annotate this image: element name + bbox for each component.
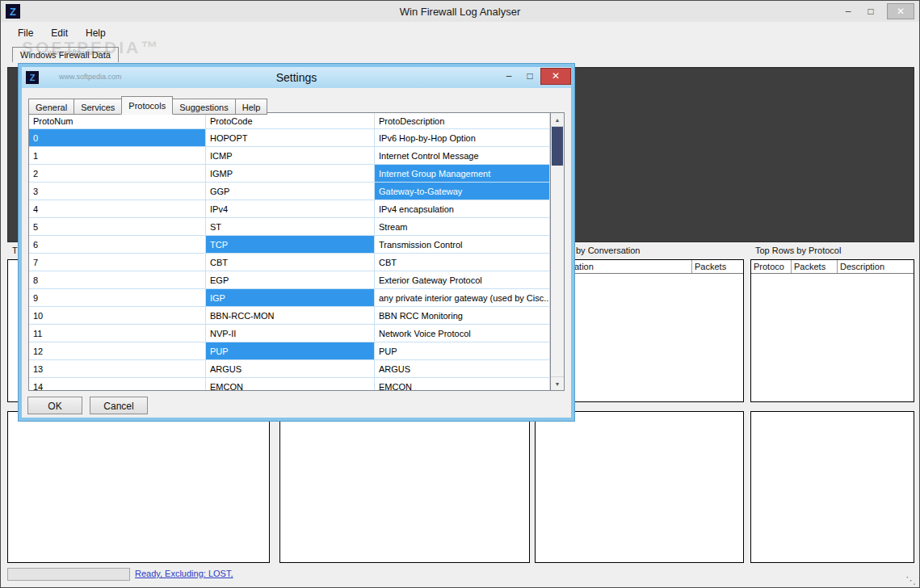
table-row[interactable]: 9IGPany private interior gateway (used b… xyxy=(29,289,550,307)
proto-desc-cell[interactable]: Internet Group Management xyxy=(375,165,550,182)
proto-code-cell[interactable]: CBT xyxy=(206,254,375,271)
proto-num-cell[interactable]: 5 xyxy=(29,218,206,235)
proto-code-cell[interactable]: HOPOPT xyxy=(206,129,375,146)
proto-desc-cell[interactable]: CBT xyxy=(375,254,550,271)
panel-body: Protoco Packets Description xyxy=(750,259,914,402)
proto-desc-cell[interactable]: IPv4 encapsulation xyxy=(375,200,550,217)
table-row[interactable]: 11NVP-IINetwork Voice Protocol xyxy=(29,325,550,342)
dialog-minimize-button[interactable]: – xyxy=(498,70,519,82)
proto-num-cell[interactable]: 14 xyxy=(29,378,206,390)
table-row[interactable]: 5STStream xyxy=(29,218,550,236)
column-header-packets[interactable]: Packets xyxy=(692,260,743,273)
main-titlebar[interactable]: Z Win Firewall Log Analyser – □ ✕ xyxy=(1,1,919,22)
proto-code-cell[interactable]: GGP xyxy=(206,183,375,200)
table-row[interactable]: 1ICMPInternet Control Message xyxy=(29,147,550,165)
maximize-button[interactable]: □ xyxy=(859,3,882,19)
scrollbar-thumb[interactable] xyxy=(552,127,563,166)
proto-num-cell[interactable]: 8 xyxy=(29,271,206,288)
table-row[interactable]: 2IGMPInternet Group Management xyxy=(29,165,550,183)
proto-num-cell[interactable]: 10 xyxy=(29,307,206,324)
proto-num-cell[interactable]: 11 xyxy=(29,325,206,342)
table-row[interactable]: 0HOPOPTIPv6 Hop-by-Hop Option xyxy=(29,129,550,147)
proto-code-cell[interactable]: PUP xyxy=(206,342,375,359)
minimize-button[interactable]: – xyxy=(837,3,859,19)
table-row[interactable]: 3GGPGateway-to-Gateway xyxy=(29,183,550,200)
table-row[interactable]: 4IPv4IPv4 encapsulation xyxy=(29,200,550,218)
chart-box-2 xyxy=(279,411,530,563)
close-button[interactable]: ✕ xyxy=(887,3,914,19)
scroll-up-icon[interactable]: ▲ xyxy=(551,113,564,127)
proto-desc-cell[interactable]: IPv6 Hop-by-Hop Option xyxy=(375,129,550,146)
proto-code-cell[interactable]: EMCON xyxy=(206,378,375,390)
table-row[interactable]: 8EGPExterior Gateway Protocol xyxy=(29,271,550,289)
panel-title-text: by Conversation xyxy=(576,246,641,255)
proto-num-cell[interactable]: 6 xyxy=(29,236,206,253)
proto-code-cell[interactable]: EGP xyxy=(206,271,375,288)
proto-desc-cell[interactable]: any private interior gateway (used by Ci… xyxy=(375,289,550,306)
proto-num-cell[interactable]: 3 xyxy=(29,183,206,200)
window-title: Win Firewall Log Analyser xyxy=(1,6,919,18)
dialog-titlebar[interactable]: Z www.softpedia.com Settings – □ ✕ xyxy=(22,67,571,88)
proto-num-cell[interactable]: 12 xyxy=(29,342,206,359)
column-header-protonum[interactable]: ProtoNum xyxy=(29,113,206,128)
proto-num-cell[interactable]: 7 xyxy=(29,254,206,271)
ok-button[interactable]: OK xyxy=(27,397,82,414)
dialog-close-button[interactable]: ✕ xyxy=(540,68,571,85)
proto-num-cell[interactable]: 4 xyxy=(29,200,206,217)
tab-services[interactable]: Services xyxy=(74,99,122,115)
proto-code-cell[interactable]: ARGUS xyxy=(206,360,375,377)
menu-file[interactable]: File xyxy=(9,24,42,42)
proto-desc-cell[interactable]: ARGUS xyxy=(375,360,550,377)
table-row[interactable]: 6TCPTransmission Control xyxy=(29,236,550,254)
proto-code-cell[interactable]: TCP xyxy=(206,236,375,253)
tab-general[interactable]: General xyxy=(28,99,74,115)
column-header-protocode[interactable]: ProtoCode xyxy=(206,113,375,128)
proto-desc-cell[interactable]: Internet Control Message xyxy=(375,147,550,164)
proto-desc-cell[interactable]: Gateway-to-Gateway xyxy=(375,183,550,200)
column-header-protodescription[interactable]: ProtoDescription xyxy=(375,113,550,128)
proto-code-cell[interactable]: ICMP xyxy=(206,147,375,164)
proto-code-cell[interactable]: IPv4 xyxy=(206,200,375,217)
proto-num-cell[interactable]: 13 xyxy=(29,360,206,377)
table-row[interactable]: 10BBN-RCC-MONBBN RCC Monitoring xyxy=(29,307,550,325)
table-row[interactable]: 7CBTCBT xyxy=(29,254,550,271)
resize-grip[interactable]: ⋱ xyxy=(905,574,916,586)
cancel-button[interactable]: Cancel xyxy=(90,397,148,414)
column-header-description[interactable]: Description xyxy=(838,260,914,273)
proto-num-cell[interactable]: 9 xyxy=(29,289,206,306)
scroll-down-icon[interactable]: ▼ xyxy=(551,376,564,390)
dialog-maximize-button[interactable]: □ xyxy=(519,70,540,82)
column-header-packets[interactable]: Packets xyxy=(792,260,838,273)
proto-desc-cell[interactable]: Transmission Control xyxy=(375,236,550,253)
proto-code-cell[interactable]: IGP xyxy=(206,289,375,306)
proto-desc-cell[interactable]: BBN RCC Monitoring xyxy=(375,307,550,324)
table-row[interactable]: 14EMCONEMCON xyxy=(29,378,550,390)
tab-suggestions[interactable]: Suggestions xyxy=(172,99,236,115)
proto-code-cell[interactable]: ST xyxy=(206,218,375,235)
proto-num-cell[interactable]: 0 xyxy=(29,129,206,146)
proto-num-cell[interactable]: 1 xyxy=(29,147,206,164)
proto-desc-cell[interactable]: Exterior Gateway Protocol xyxy=(375,271,550,288)
list-header: Protoco Packets Description xyxy=(751,260,914,274)
proto-code-cell[interactable]: BBN-RCC-MON xyxy=(206,307,375,324)
app-logo-icon: Z xyxy=(26,71,39,84)
status-progress-box xyxy=(7,568,130,581)
proto-desc-cell[interactable]: Network Voice Protocol xyxy=(375,325,550,342)
proto-desc-cell[interactable]: EMCON xyxy=(375,378,550,390)
table-row[interactable]: 13ARGUSARGUS xyxy=(29,360,550,378)
tab-windows-firewall-data[interactable]: Windows Firewall Data xyxy=(12,47,119,62)
proto-desc-cell[interactable]: PUP xyxy=(375,342,550,359)
table-row[interactable]: 12PUPPUP xyxy=(29,342,550,360)
tab-help[interactable]: Help xyxy=(235,99,268,115)
menubar: File Edit Help xyxy=(9,23,115,43)
tab-protocols[interactable]: Protocols xyxy=(121,96,173,115)
proto-num-cell[interactable]: 2 xyxy=(29,165,206,182)
menu-edit[interactable]: Edit xyxy=(42,24,77,42)
column-header-protocol[interactable]: Protoco xyxy=(751,260,792,273)
status-link[interactable]: Ready, Excluding: LOST, xyxy=(135,569,233,578)
vertical-scrollbar[interactable]: ▲ ▼ xyxy=(550,113,564,390)
proto-code-cell[interactable]: NVP-II xyxy=(206,325,375,342)
proto-code-cell[interactable]: IGMP xyxy=(206,165,375,182)
menu-help[interactable]: Help xyxy=(77,24,115,42)
proto-desc-cell[interactable]: Stream xyxy=(375,218,550,235)
